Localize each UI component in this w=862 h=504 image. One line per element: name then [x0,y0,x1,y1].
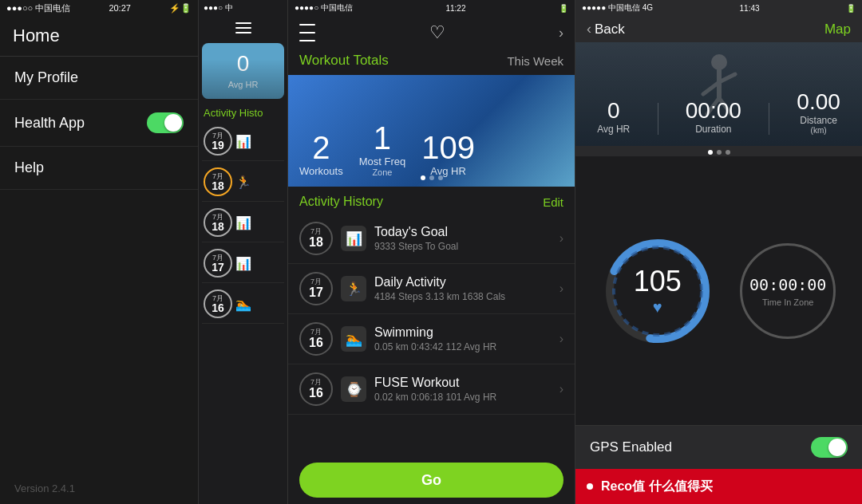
sidebar-menu: ●●●○○ 中国电信 20:27 ⚡🔋 Home My Profile Heal… [0,0,198,504]
workout-totals-title: Workout Totals [299,53,389,69]
activity-list-p2: 7月 19 📊 7月 18 🏃 7月 18 📊 7月 17 📊 [199,122,287,324]
chevron-right-icon[interactable]: › [559,25,563,41]
avg-hr-stat-label: Avg HR [421,165,475,177]
runner-distance-sub: (km) [797,126,840,135]
gps-label: GPS Enabled [590,439,672,455]
sidebar-item-my-profile[interactable]: My Profile [0,57,198,100]
hamburger-menu-icon[interactable] [235,22,251,33]
status-bar-p2: ●●●○ 中 [199,0,287,16]
activity-name-daily: Daily Activity [374,275,555,289]
health-app-toggle[interactable] [147,112,184,133]
runner-distance-label: Distance [797,115,840,126]
status-bar-p1: ●●●○○ 中国电信 20:27 ⚡🔋 [0,0,198,16]
activity-history-header: Activity History Edit [288,187,575,214]
stat-divider-1 [658,103,658,135]
list-item[interactable]: 7月 19 📊 [202,122,284,161]
runner-duration-label: Duration [686,124,741,135]
go-button[interactable]: Go [299,463,563,498]
chevron-icon-goal: › [560,231,563,246]
avg-hr-card: 0 Avg HR [202,43,284,99]
gps-toggle[interactable] [811,437,848,458]
edit-button[interactable]: Edit [543,195,563,209]
workout-totals-header: Workout Totals This Week [288,49,575,75]
bar-chart-icon-2: 📊 [235,215,251,230]
list-item[interactable]: 7月 16 🏊 [202,285,284,324]
activity-sub-swim: 0.05 km 0:43:42 112 Avg HR [374,341,555,352]
activity-history-title: Activity History [299,195,383,209]
list-item[interactable]: 7月 18 📊 [202,203,284,242]
activity-sub-fuse: 0.02 km 0:06:18 101 Avg HR [374,392,555,403]
time-in-zone-value: 00:00:00 [749,275,826,294]
sidebar-item-help[interactable]: Help [0,147,198,190]
list-item[interactable]: 7月 18 🏃 [202,163,284,202]
main-activity-panel: ●●●●○ 中国电信 11:22 🔋 ♡ › Workout Totals Th… [287,0,575,504]
bar-chart-icon: 📊 [235,134,251,149]
activity-history-label-p2: Activity Histo [199,102,287,122]
panel4-nav: ‹ Back Map [575,16,862,42]
date-badge-18a: 7月 18 [299,222,333,255]
signal-p3: ●●●●○ 中国电信 [295,2,353,14]
panel2-header [199,16,287,40]
activity-info-daily: Daily Activity 4184 Steps 3.13 km 1638 C… [374,275,555,302]
battery-p4: 🔋 [846,4,856,13]
menu-header: Home [0,16,198,57]
runner-stats: 0 Avg HR 00:00 Duration 0.00 Distance (k… [575,81,862,146]
map-button[interactable]: Map [824,22,851,37]
gps-workout-panel: ●●●●● 中国电信 4G 11:43 🔋 ‹ Back Map 0 Avg H… [575,0,862,504]
fuse-icon: ⌚ [341,376,366,402]
activity-history-section: Activity History Edit 7月 18 📊 Today's Go… [288,187,575,456]
signal-p1: ●●●○○ 中国电信 [6,2,70,14]
activity-name-goal: Today's Goal [374,225,555,239]
version-label: Version 2.4.1 [0,473,198,504]
card-bg [202,59,284,99]
battery-p3: 🔋 [559,4,568,13]
activity-row-fuse[interactable]: 7月 16 ⌚ FUSE Workout 0.02 km 0:06:18 101… [288,364,575,415]
activity-row-todays-goal[interactable]: 7月 18 📊 Today's Goal 9333 Steps To Goal … [288,214,575,264]
heart-zone-section: 105 ♥ 00:00:00 Time In Zone [575,156,862,425]
activity-partial-panel: ●●●○ 中 0 Avg HR Activity Histo 7月 19 📊 7… [198,0,287,504]
time-p3: 11:22 [445,4,465,13]
time-p1: 20:27 [109,3,131,13]
activity-sub-goal: 9333 Steps To Goal [374,241,555,252]
activity-info-swim: Swimming 0.05 km 0:43:42 112 Avg HR [374,325,555,352]
workouts-count: 2 [299,132,343,163]
chevron-icon-swim: › [560,332,563,346]
time-p4: 11:43 [740,4,760,13]
date-circle-18: 7月 18 [204,208,232,237]
rec-dot [587,483,593,490]
home-label: Home [13,26,60,45]
back-button[interactable]: ‹ Back [587,21,625,37]
stat-divider-2 [769,103,769,135]
swim-icon: 🏊 [235,297,251,312]
signal-p2: ●●●○ 中 [204,2,233,14]
date-circle-17: 7月 17 [204,249,232,278]
rec-label: Reco值 什么值得买 [601,478,713,495]
sidebar-item-health-app[interactable]: Health App [0,100,198,147]
photo-carousel-dots [575,146,862,156]
workout-banner: 2 Workouts 1 Most Freq Zone 109 Avg HR [288,75,575,187]
battery-p1: ⚡🔋 [169,3,192,14]
photo-dot-3 [726,150,730,155]
most-freq-sub: Zone [359,167,406,177]
photo-dot-2 [717,150,722,155]
hamburger-line-3 [235,32,251,33]
chevron-icon-daily: › [560,282,563,296]
list-item[interactable]: 7月 17 📊 [202,244,284,283]
runner-distance: 0.00 Distance (km) [797,89,840,135]
time-in-zone-clock: 00:00:00 Time In Zone [740,243,836,339]
runner-distance-val: 0.00 [797,89,840,115]
date-badge-16a: 7月 16 [299,322,333,356]
hamburger-line-2 [299,32,315,33]
hamburger-p3[interactable] [299,24,315,41]
activity-row-swimming[interactable]: 7月 16 🏊 Swimming 0.05 km 0:43:42 112 Avg… [288,314,575,364]
heart-icon: ♡ [429,22,445,43]
status-bar-p4: ●●●●● 中国电信 4G 11:43 🔋 [575,0,862,16]
swim-icon: 🏊 [341,326,366,352]
go-label: Go [421,472,441,489]
goal-icon: 📊 [341,226,366,251]
runner-avg-hr-val: 0 [597,98,630,124]
menu-items-list: My Profile Health App Help [0,57,198,473]
date-badge-17: 7月 17 [299,272,333,305]
date-circle-19: 7月 19 [204,127,232,156]
activity-row-daily[interactable]: 7月 17 🏃 Daily Activity 4184 Steps 3.13 k… [288,264,575,314]
